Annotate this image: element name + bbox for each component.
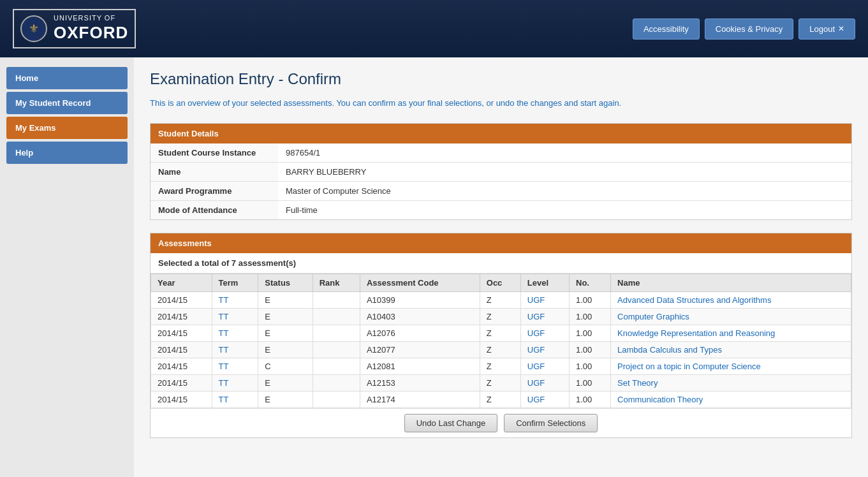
student-detail-row: Award ProgrammeMaster of Computer Scienc…: [151, 181, 851, 200]
assessment-name-cell: Lambda Calculus and Types: [611, 341, 851, 358]
assessment-level-cell: UGF: [520, 291, 569, 308]
assessments-col-header: Level: [520, 274, 569, 291]
assessment-cell: Z: [480, 391, 520, 407]
content-area: Examination Entry - Confirm This is an o…: [134, 57, 868, 477]
assessment-name-link[interactable]: Set Theory: [617, 378, 658, 388]
main-container: Home My Student Record My Exams Help Exa…: [0, 57, 868, 477]
page-title: Examination Entry - Confirm: [150, 70, 852, 88]
assessment-cell: 2014/15: [151, 341, 212, 358]
assessment-name-link[interactable]: Computer Graphics: [617, 312, 689, 321]
assessment-name-link[interactable]: Project on a topic in Computer Science: [617, 362, 761, 371]
assessment-name-link[interactable]: Lambda Calculus and Types: [617, 345, 722, 355]
detail-label: Student Course Instance: [151, 143, 278, 163]
assessment-cell: [313, 391, 360, 407]
assessment-name-link[interactable]: Communication Theory: [617, 395, 703, 404]
header-nav: Accessibility Cookies & Privacy Logout ✕: [633, 18, 855, 40]
student-details-table: Student Course Instance987654/1NameBARRY…: [151, 143, 851, 219]
action-row: Undo Last Change Confirm Selections: [151, 408, 851, 437]
assessment-cell: E: [258, 291, 313, 308]
logout-x-icon: ✕: [838, 24, 844, 33]
assessment-cell: [313, 358, 360, 374]
assessment-name-link[interactable]: Advanced Data Structures and Algorithms: [617, 295, 771, 305]
detail-value: 987654/1: [278, 143, 851, 163]
logo-text: UNIVERSITY OF OXFORD: [54, 13, 128, 44]
logo-area: ⚜ UNIVERSITY OF OXFORD: [13, 9, 136, 48]
assessment-name-cell: Set Theory: [611, 374, 851, 391]
oxford-label: OXFORD: [54, 22, 128, 44]
assessment-cell: A12081: [360, 358, 480, 374]
assessment-name-cell: Advanced Data Structures and Algorithms: [611, 291, 851, 308]
assessment-row: 2014/15TTEA12153ZUGF1.00Set Theory: [151, 374, 851, 391]
assessment-cell: A10399: [360, 291, 480, 308]
student-details-header: Student Details: [151, 124, 851, 143]
assessment-cell: E: [258, 341, 313, 358]
assessment-row: 2014/15TTEA10403ZUGF1.00Computer Graphic…: [151, 308, 851, 325]
assessment-cell: 1.00: [570, 291, 611, 308]
assessment-cell: 2014/15: [151, 325, 212, 341]
assessment-cell: [313, 308, 360, 325]
assessment-term-cell: TT: [212, 374, 258, 391]
logout-button[interactable]: Logout ✕: [798, 18, 855, 40]
assessment-term-cell: TT: [212, 341, 258, 358]
sidebar-item-help[interactable]: Help: [6, 142, 128, 164]
student-detail-row: Mode of AttendanceFull-time: [151, 200, 851, 219]
assessment-cell: Z: [480, 308, 520, 325]
assessment-term-cell: TT: [212, 358, 258, 374]
assessment-cell: E: [258, 325, 313, 341]
assessment-cell: 2014/15: [151, 374, 212, 391]
assessment-level-cell: UGF: [520, 308, 569, 325]
assessments-col-header: Status: [258, 274, 313, 291]
assessment-cell: C: [258, 358, 313, 374]
assessments-col-header: Rank: [313, 274, 360, 291]
sidebar-item-my-student-record[interactable]: My Student Record: [6, 92, 128, 114]
assessment-term-cell: TT: [212, 325, 258, 341]
assessment-name-cell: Knowledge Representation and Reasoning: [611, 325, 851, 341]
assessment-name-cell: Communication Theory: [611, 391, 851, 407]
student-details-body: Student Course Instance987654/1NameBARRY…: [151, 143, 851, 219]
assessment-cell: 1.00: [570, 391, 611, 407]
assessment-level-cell: UGF: [520, 358, 569, 374]
assessment-row: 2014/15TTCA12081ZUGF1.00Project on a top…: [151, 358, 851, 374]
assessments-col-header: Year: [151, 274, 212, 291]
logo-box: ⚜ UNIVERSITY OF OXFORD: [13, 9, 136, 48]
assessments-section: Assessments Selected a total of 7 assess…: [150, 233, 852, 438]
assessments-header: Assessments: [151, 233, 851, 253]
assessments-summary: Selected a total of 7 assessment(s): [151, 253, 851, 274]
assessment-cell: 2014/15: [151, 391, 212, 407]
detail-value: BARRY BLUEBERRY: [278, 162, 851, 181]
assessment-cell: Z: [480, 325, 520, 341]
cookies-privacy-button[interactable]: Cookies & Privacy: [705, 18, 793, 40]
confirm-selections-button[interactable]: Confirm Selections: [504, 414, 598, 432]
assessment-cell: A12174: [360, 391, 480, 407]
assessment-level-cell: UGF: [520, 341, 569, 358]
assessment-cell: 1.00: [570, 358, 611, 374]
assessment-name-link[interactable]: Knowledge Representation and Reasoning: [617, 328, 775, 338]
assessment-cell: 2014/15: [151, 291, 212, 308]
undo-last-change-button[interactable]: Undo Last Change: [404, 414, 497, 432]
assessment-cell: A10403: [360, 308, 480, 325]
assessments-col-header: Assessment Code: [360, 274, 480, 291]
assessment-cell: Z: [480, 341, 520, 358]
assessment-cell: Z: [480, 374, 520, 391]
assessment-row: 2014/15TTEA10399ZUGF1.00Advanced Data St…: [151, 291, 851, 308]
assessment-cell: Z: [480, 291, 520, 308]
assessment-row: 2014/15TTEA12077ZUGF1.00Lambda Calculus …: [151, 341, 851, 358]
sidebar-item-home[interactable]: Home: [6, 67, 128, 89]
assessments-col-header: No.: [570, 274, 611, 291]
detail-value: Master of Computer Science: [278, 181, 851, 200]
assessment-term-cell: TT: [212, 391, 258, 407]
accessibility-button[interactable]: Accessibility: [633, 18, 700, 40]
intro-text: This is an overview of your selected ass…: [150, 97, 852, 110]
assessment-cell: [313, 374, 360, 391]
assessments-table: YearTermStatusRankAssessment CodeOccLeve…: [151, 274, 851, 408]
assessment-cell: 2014/15: [151, 308, 212, 325]
student-detail-row: NameBARRY BLUEBERRY: [151, 162, 851, 181]
assessment-name-cell: Project on a topic in Computer Science: [611, 358, 851, 374]
assessment-cell: A12076: [360, 325, 480, 341]
university-of-label: UNIVERSITY OF: [54, 13, 128, 22]
assessment-cell: [313, 341, 360, 358]
assessment-level-cell: UGF: [520, 325, 569, 341]
assessment-cell: E: [258, 308, 313, 325]
detail-label: Award Programme: [151, 181, 278, 200]
sidebar-item-my-exams[interactable]: My Exams: [6, 117, 128, 139]
